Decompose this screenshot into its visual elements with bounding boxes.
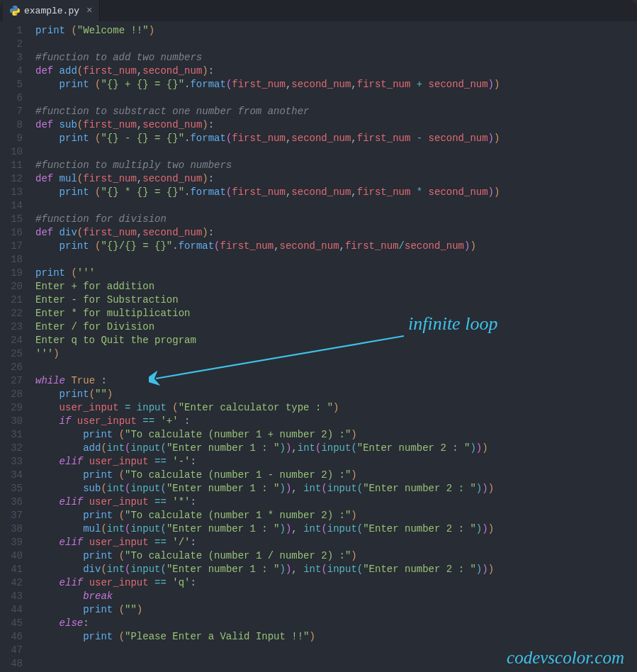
line-number: 14 <box>0 199 23 213</box>
close-icon[interactable]: × <box>86 5 92 16</box>
line-number: 18 <box>0 253 23 267</box>
line-number: 33 <box>0 455 23 469</box>
line-number: 20 <box>0 280 23 293</box>
code-line[interactable]: print ("{} - {} = {}".format(first_num,s… <box>35 132 637 145</box>
code-line[interactable]: Enter / for Division <box>35 320 637 334</box>
code-line[interactable]: ''') <box>35 347 637 361</box>
line-number: 32 <box>0 442 23 455</box>
code-line[interactable]: print (''' <box>35 267 637 280</box>
line-number: 36 <box>0 495 23 509</box>
code-line[interactable] <box>35 199 637 213</box>
code-line[interactable]: print ("Please Enter a Valid Input !!") <box>35 630 637 644</box>
code-line[interactable]: add(int(input("Enter number 1 : ")),int(… <box>35 442 637 455</box>
line-number: 41 <box>0 563 23 576</box>
code-line[interactable]: Enter * for multiplication <box>35 307 637 320</box>
line-number: 31 <box>0 428 23 442</box>
line-number: 9 <box>0 132 23 145</box>
code-line[interactable]: print ("To calculate (number 1 - number … <box>35 469 637 482</box>
code-line[interactable]: print ("To calculate (number 1 * number … <box>35 509 637 522</box>
code-line[interactable]: def div(first_num,second_num): <box>35 226 637 240</box>
code-line[interactable]: mul(int(input("Enter number 1 : ")), int… <box>35 522 637 536</box>
code-area[interactable]: print ("Welcome !!")#function to add two… <box>35 21 637 672</box>
code-line[interactable] <box>35 91 637 105</box>
line-number: 39 <box>0 536 23 549</box>
line-number: 21 <box>0 293 23 307</box>
line-number: 13 <box>0 186 23 199</box>
code-line[interactable]: print ("") <box>35 603 637 617</box>
code-line[interactable] <box>35 253 637 267</box>
code-line[interactable]: def add(first_num,second_num): <box>35 65 637 78</box>
line-number: 44 <box>0 603 23 617</box>
line-number: 47 <box>0 644 23 657</box>
code-line[interactable]: print ("{} + {} = {}".format(first_num,s… <box>35 78 637 91</box>
code-line[interactable]: else: <box>35 617 637 630</box>
line-number: 45 <box>0 617 23 630</box>
line-number: 6 <box>0 91 23 105</box>
line-number: 26 <box>0 361 23 374</box>
line-number: 34 <box>0 469 23 482</box>
line-number: 25 <box>0 347 23 361</box>
tab-example-py[interactable]: example.py × <box>3 0 100 21</box>
code-line[interactable]: Enter - for Substraction <box>35 293 637 307</box>
line-number: 7 <box>0 105 23 118</box>
code-line[interactable]: #function to multiply two numbers <box>35 159 637 172</box>
code-line[interactable]: print ("Welcome !!") <box>35 24 637 38</box>
line-number: 4 <box>0 65 23 78</box>
tab-bar: example.py × <box>0 0 637 21</box>
line-number: 23 <box>0 320 23 334</box>
code-line[interactable]: break <box>35 590 637 603</box>
line-number: 43 <box>0 590 23 603</box>
line-number: 8 <box>0 118 23 132</box>
tab-filename: example.py <box>24 6 79 16</box>
code-line[interactable]: elif user_input == '-': <box>35 455 637 469</box>
code-line[interactable]: sub(int(input("Enter number 1 : ")), int… <box>35 482 637 495</box>
code-line[interactable]: #function for division <box>35 213 637 226</box>
code-line[interactable] <box>35 38 637 51</box>
line-number: 17 <box>0 240 23 253</box>
code-line[interactable]: def sub(first_num,second_num): <box>35 118 637 132</box>
code-line[interactable]: Enter q to Quit the program <box>35 334 637 347</box>
line-number: 1 <box>0 24 23 38</box>
code-line[interactable]: user_input = input ("Enter calculator ty… <box>35 401 637 415</box>
code-line[interactable]: Enter + for addition <box>35 280 637 293</box>
code-line[interactable]: while True : <box>35 374 637 388</box>
line-number: 11 <box>0 159 23 172</box>
code-line[interactable]: print ("{}/{} = {}".format(first_num,sec… <box>35 240 637 253</box>
line-number: 30 <box>0 415 23 428</box>
editor[interactable]: 1234567891011121314151617181920212223242… <box>0 21 637 672</box>
line-number: 27 <box>0 374 23 388</box>
code-line[interactable]: if user_input == '+' : <box>35 415 637 428</box>
code-line[interactable]: #function to add two numbers <box>35 51 637 65</box>
line-number: 29 <box>0 401 23 415</box>
code-line[interactable]: elif user_input == '/': <box>35 536 637 549</box>
line-number-gutter: 1234567891011121314151617181920212223242… <box>0 21 35 672</box>
code-line[interactable]: #function to substract one number from a… <box>35 105 637 118</box>
code-line[interactable] <box>35 361 637 374</box>
line-number: 48 <box>0 657 23 671</box>
line-number: 5 <box>0 78 23 91</box>
code-line[interactable]: div(int(input("Enter number 1 : ")), int… <box>35 563 637 576</box>
code-line[interactable]: print ("{} * {} = {}".format(first_num,s… <box>35 186 637 199</box>
line-number: 16 <box>0 226 23 240</box>
watermark: codevscolor.com <box>507 648 624 668</box>
code-line[interactable]: print ("To calculate (number 1 + number … <box>35 428 637 442</box>
line-number: 28 <box>0 388 23 401</box>
line-number: 12 <box>0 172 23 186</box>
line-number: 22 <box>0 307 23 320</box>
line-number: 15 <box>0 213 23 226</box>
python-file-icon <box>10 6 20 16</box>
code-line[interactable]: def mul(first_num,second_num): <box>35 172 637 186</box>
line-number: 38 <box>0 522 23 536</box>
code-line[interactable]: print ("To calculate (number 1 / number … <box>35 549 637 563</box>
code-line[interactable] <box>35 145 637 159</box>
line-number: 35 <box>0 482 23 495</box>
line-number: 24 <box>0 334 23 347</box>
code-line[interactable]: elif user_input == 'q': <box>35 576 637 590</box>
line-number: 3 <box>0 51 23 65</box>
code-line[interactable]: elif user_input == '*': <box>35 495 637 509</box>
line-number: 40 <box>0 549 23 563</box>
line-number: 2 <box>0 38 23 51</box>
code-line[interactable]: print("") <box>35 388 637 401</box>
line-number: 37 <box>0 509 23 522</box>
line-number: 42 <box>0 576 23 590</box>
